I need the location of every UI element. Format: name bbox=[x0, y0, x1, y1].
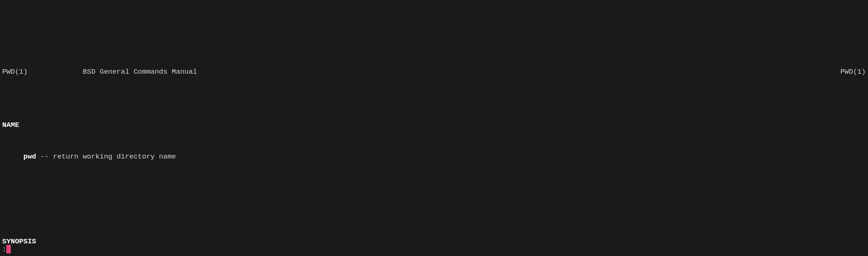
name-line: pwd -- return working directory name bbox=[2, 151, 866, 162]
man-page-content[interactable]: PWD(1) BSD General Commands Manual PWD(1… bbox=[2, 45, 866, 256]
name-desc: return working directory name bbox=[53, 153, 176, 161]
section-name-header: NAME bbox=[2, 120, 866, 131]
cursor-icon bbox=[6, 245, 10, 253]
name-cmd: pwd bbox=[23, 153, 36, 161]
section-synopsis-header: SYNOPSIS bbox=[2, 236, 866, 247]
man-header: PWD(1) BSD General Commands Manual PWD(1… bbox=[2, 67, 866, 77]
header-left: PWD(1) bbox=[2, 67, 27, 77]
name-dash: -- bbox=[36, 153, 53, 161]
header-center: BSD General Commands Manual bbox=[27, 67, 789, 77]
prompt-colon: : bbox=[2, 244, 6, 255]
header-right: PWD(1) bbox=[790, 67, 866, 77]
pager-prompt[interactable]: : bbox=[2, 244, 11, 255]
